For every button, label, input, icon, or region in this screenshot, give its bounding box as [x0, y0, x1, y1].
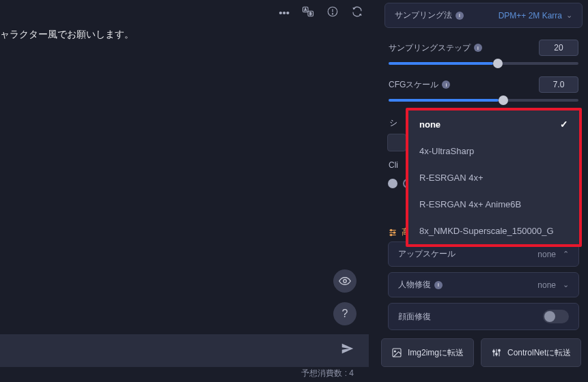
steps-slider[interactable]: [389, 62, 578, 65]
send-icon[interactable]: [340, 341, 355, 360]
info-icon[interactable]: i: [456, 12, 464, 20]
face-fix-toggle[interactable]: [543, 310, 569, 323]
upscaler-dropdown: none✓ 4x-UltraSharp R-ESRGAN 4x+ R-ESRGA…: [406, 108, 582, 247]
svg-point-12: [393, 231, 395, 233]
cfg-slider[interactable]: [389, 99, 578, 102]
chevron-down-icon[interactable]: ⌄: [563, 280, 569, 289]
chevron-down-icon: ⌄: [566, 11, 572, 20]
svg-point-13: [391, 234, 392, 235]
info-icon[interactable]: i: [442, 80, 450, 89]
refresh-icon[interactable]: [351, 5, 363, 20]
dropdown-item-nmkd[interactable]: 8x_NMKD-Superscale_150000_G: [408, 218, 579, 244]
info-icon[interactable]: i: [434, 281, 443, 289]
check-icon: ✓: [560, 119, 568, 130]
clip-label-partial: Cli: [389, 160, 398, 170]
seed-input-partial[interactable]: [387, 134, 406, 151]
img2img-button[interactable]: Img2imgに転送: [381, 338, 474, 367]
main-area: ••• AB ャラクター風でお願いします。 ? 予想消費数 : 4: [0, 0, 369, 382]
cfg-value[interactable]: 7.0: [539, 76, 578, 93]
svg-text:B: B: [309, 12, 311, 16]
svg-point-15: [394, 351, 395, 352]
face-restore-value: none: [537, 280, 556, 290]
prompt-text: ャラクター風でお願いします。: [0, 29, 134, 41]
svg-point-11: [391, 229, 392, 231]
chevron-up-icon[interactable]: ⌃: [563, 250, 569, 259]
svg-text:A: A: [305, 8, 307, 12]
visibility-button[interactable]: [333, 269, 356, 293]
upscale-label: アップスケール: [398, 248, 531, 260]
cfg-label: CFGスケールi: [389, 79, 532, 91]
dropdown-item-resrgan-anime[interactable]: R-ESRGAN 4x+ Anime6B: [408, 191, 579, 218]
alert-icon[interactable]: [326, 5, 339, 20]
steps-value[interactable]: 20: [539, 40, 578, 56]
face-fix-label: 顔面修復: [398, 311, 536, 323]
svg-point-21: [499, 349, 501, 351]
svg-point-7: [344, 280, 347, 283]
sliders-icon: [388, 228, 397, 237]
svg-point-6: [332, 14, 333, 14]
help-button[interactable]: ?: [333, 302, 356, 325]
svg-point-19: [493, 351, 495, 353]
face-restore-label: 人物修復i: [398, 279, 531, 291]
image-icon: [391, 347, 402, 358]
controlnet-button[interactable]: ControlNetに転送: [481, 338, 581, 367]
seed-label-partial: シ: [389, 117, 397, 129]
sampler-select[interactable]: DPM++ 2M Karra⌄: [499, 11, 572, 20]
info-icon[interactable]: i: [474, 44, 482, 52]
input-bar[interactable]: [0, 334, 369, 367]
sampler-label: サンプリング法i: [395, 10, 492, 21]
clip-radio-1[interactable]: [388, 179, 397, 188]
dropdown-item-resrgan[interactable]: R-ESRGAN 4x+: [408, 164, 579, 191]
svg-point-20: [496, 353, 498, 355]
translate-icon[interactable]: AB: [302, 5, 314, 20]
consumption-counter: 予想消費数 : 4: [0, 368, 369, 379]
dropdown-item-none[interactable]: none✓: [408, 111, 579, 138]
sliders-icon: [491, 347, 502, 358]
steps-label: サンプリングステップi: [389, 42, 532, 54]
dropdown-item-ultrasharp[interactable]: 4x-UltraSharp: [408, 138, 579, 164]
more-icon[interactable]: •••: [279, 7, 290, 18]
upscale-value: none: [537, 250, 556, 259]
